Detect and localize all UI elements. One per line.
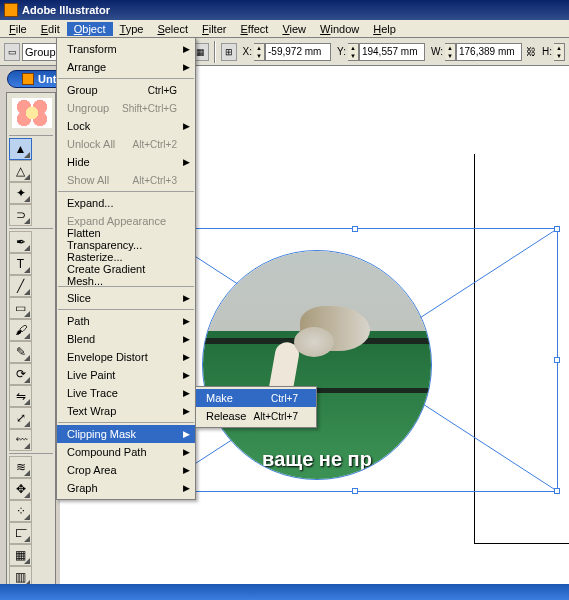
constrain-icon[interactable]: ⛓ — [526, 46, 536, 57]
h-spinner[interactable]: ▲▼ — [554, 43, 565, 61]
app-title: Adobe Illustrator — [22, 4, 110, 16]
bbox-handle[interactable] — [554, 226, 560, 232]
menu-view[interactable]: View — [275, 22, 313, 36]
clipping-mask-submenu[interactable]: MakeCtrl+7ReleaseAlt+Ctrl+7 — [195, 386, 317, 428]
menu-type[interactable]: Type — [113, 22, 151, 36]
menu-item-live-trace[interactable]: Live Trace▶ — [57, 384, 195, 402]
menu-help[interactable]: Help — [366, 22, 403, 36]
tool-line[interactable]: ╱ — [9, 275, 32, 297]
bbox-handle[interactable] — [554, 488, 560, 494]
x-field[interactable]: -59,972 mm — [265, 43, 331, 61]
menu-item-crop-area[interactable]: Crop Area▶ — [57, 461, 195, 479]
y-label: Y: — [337, 46, 348, 57]
menu-item-clipping-mask[interactable]: Clipping Mask▶ — [57, 425, 195, 443]
menu-item-create-gradient-mesh[interactable]: Create Gradient Mesh... — [57, 266, 195, 284]
toolbox[interactable]: ▲△✦⊃✒T╱▭🖌✎⟳⇋⤢⬳≋✥⁘⫍▦▥💧⧉🪣⊞✂✄✋🔍 ⇄ ▪ ▤ ⧄ — [6, 92, 56, 600]
menu-effect[interactable]: Effect — [233, 22, 275, 36]
menu-item-flatten-transparency[interactable]: Flatten Transparency... — [57, 230, 195, 248]
menu-item-path[interactable]: Path▶ — [57, 312, 195, 330]
menu-file[interactable]: File — [2, 22, 34, 36]
menu-item-transform[interactable]: Transform▶ — [57, 40, 195, 58]
menu-item-ungroup: UngroupShift+Ctrl+G — [57, 99, 195, 117]
menu-item-unlock-all: Unlock AllAlt+Ctrl+2 — [57, 135, 195, 153]
menu-select[interactable]: Select — [150, 22, 195, 36]
tool-free-transform[interactable]: ✥ — [9, 478, 32, 500]
document-icon — [22, 73, 34, 85]
menu-bar[interactable]: FileEditObjectTypeSelectFilterEffectView… — [0, 20, 569, 38]
y-field[interactable]: 194,557 mm — [359, 43, 425, 61]
swatch-preview — [9, 95, 55, 131]
tool-selection[interactable]: ▲ — [9, 138, 32, 160]
tool-pencil[interactable]: ✎ — [9, 341, 32, 363]
menu-item-live-paint[interactable]: Live Paint▶ — [57, 366, 195, 384]
bbox-handle[interactable] — [352, 226, 358, 232]
menu-item-lock[interactable]: Lock▶ — [57, 117, 195, 135]
tool-shear[interactable]: ⬳ — [9, 429, 32, 451]
tool-pen[interactable]: ✒ — [9, 231, 32, 253]
menu-filter[interactable]: Filter — [195, 22, 233, 36]
menu-item-blend[interactable]: Blend▶ — [57, 330, 195, 348]
submenu-item-make[interactable]: MakeCtrl+7 — [196, 389, 316, 407]
bbox-handle[interactable] — [554, 357, 560, 363]
image-content — [203, 251, 431, 479]
tool-rotate[interactable]: ⟳ — [9, 363, 32, 385]
w-spinner[interactable]: ▲▼ — [445, 43, 456, 61]
submenu-item-release[interactable]: ReleaseAlt+Ctrl+7 — [196, 407, 316, 425]
menu-item-arrange[interactable]: Arrange▶ — [57, 58, 195, 76]
w-field[interactable]: 176,389 mm — [456, 43, 522, 61]
menu-edit[interactable]: Edit — [34, 22, 67, 36]
tool-rectangle[interactable]: ▭ — [9, 297, 32, 319]
app-icon — [4, 3, 18, 17]
menu-item-expand[interactable]: Expand... — [57, 194, 195, 212]
x-spinner[interactable]: ▲▼ — [254, 43, 265, 61]
menu-item-envelope-distort[interactable]: Envelope Distort▶ — [57, 348, 195, 366]
menu-item-text-wrap[interactable]: Text Wrap▶ — [57, 402, 195, 420]
menu-object[interactable]: Object — [67, 22, 113, 36]
w-label: W: — [431, 46, 445, 57]
tool-scale[interactable]: ⤢ — [9, 407, 32, 429]
tool-magic-wand[interactable]: ✦ — [9, 182, 32, 204]
tool-lasso[interactable]: ⊃ — [9, 204, 32, 226]
object-menu[interactable]: Transform▶Arrange▶GroupCtrl+GUngroupShif… — [56, 37, 196, 500]
tool-reflect[interactable]: ⇋ — [9, 385, 32, 407]
menu-item-show-all: Show AllAlt+Ctrl+3 — [57, 171, 195, 189]
bbox-handle[interactable] — [352, 488, 358, 494]
tool-direct-selection[interactable]: △ — [9, 160, 32, 182]
tool-warp[interactable]: ≋ — [9, 456, 32, 478]
h-label: H: — [542, 46, 554, 57]
y-spinner[interactable]: ▲▼ — [348, 43, 359, 61]
menu-item-compound-path[interactable]: Compound Path▶ — [57, 443, 195, 461]
align-icon[interactable]: ⊞ — [221, 43, 237, 61]
group-label: Group — [25, 46, 56, 58]
status-bar — [0, 584, 569, 600]
tool-graph[interactable]: ⫍ — [9, 522, 32, 544]
menu-item-slice[interactable]: Slice▶ — [57, 289, 195, 307]
tool-type[interactable]: T — [9, 253, 32, 275]
tool-mesh[interactable]: ▦ — [9, 544, 32, 566]
selection-indicator-icon: ▭ — [4, 43, 20, 61]
title-bar: Adobe Illustrator — [0, 0, 569, 20]
menu-item-graph[interactable]: Graph▶ — [57, 479, 195, 497]
tool-symbol-sprayer[interactable]: ⁘ — [9, 500, 32, 522]
image-circle[interactable]: ваще не пр — [202, 250, 432, 480]
x-label: X: — [243, 46, 254, 57]
menu-item-group[interactable]: GroupCtrl+G — [57, 81, 195, 99]
tool-paintbrush[interactable]: 🖌 — [9, 319, 32, 341]
menu-window[interactable]: Window — [313, 22, 366, 36]
menu-item-hide[interactable]: Hide▶ — [57, 153, 195, 171]
